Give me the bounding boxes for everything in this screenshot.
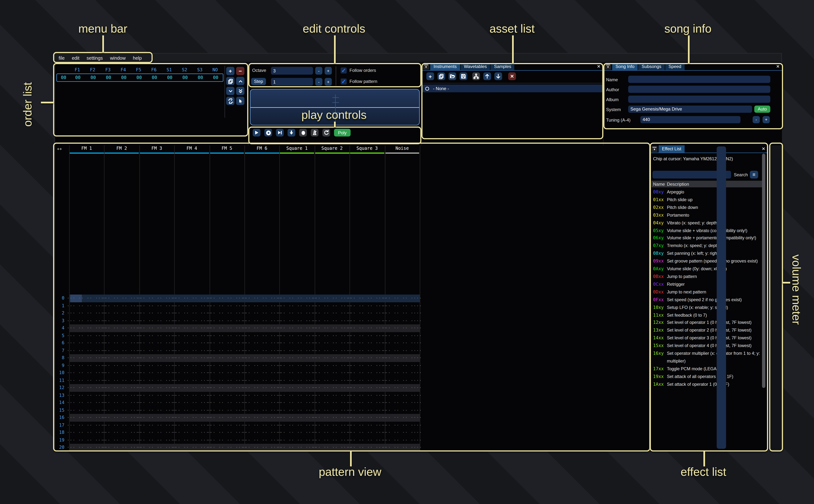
pattern-cell[interactable]: ··· ·· ·· ···· — [242, 430, 277, 435]
pattern-cell[interactable]: ··· ·· ·· ···· — [312, 363, 347, 368]
pattern-cell[interactable]: ··· ·· ·· ···· — [137, 341, 172, 346]
pattern-row-14[interactable]: 14··· ·· ·· ······· ·· ·· ······· ·· ·· … — [55, 399, 650, 407]
pattern-cell[interactable]: ··· ·· ·· ···· — [347, 303, 382, 308]
pattern-cell[interactable]: ··· ·· ·· ···· — [102, 378, 137, 383]
pattern-cell[interactable]: ··· ·· ·· ···· — [242, 356, 277, 361]
pattern-cell[interactable]: ··· ·· ·· ···· — [172, 296, 207, 301]
pattern-view-panel[interactable]: ++ FM 1FM 2FM 3FM 4FM 5FM 6Square 1Squar… — [55, 145, 650, 450]
pattern-cell[interactable]: ··· ·· ·· ···· — [382, 311, 418, 316]
pattern-cell[interactable]: ··· ·· ·· ···· — [312, 378, 347, 383]
effect-list-scrollbar[interactable] — [762, 154, 765, 388]
pattern-row-19[interactable]: 19··· ·· ·· ······· ·· ·· ······· ·· ·· … — [55, 436, 650, 444]
pattern-cell[interactable]: ··· ·· ·· ···· — [102, 311, 137, 316]
pattern-cell[interactable]: ··· ·· ·· ···· — [172, 311, 207, 316]
pattern-cell[interactable]: ··· ·· ·· ···· — [172, 318, 207, 323]
pattern-corner-button[interactable]: ++ — [57, 146, 62, 151]
pattern-cell[interactable]: ··· ·· ·· ···· — [382, 326, 418, 331]
pattern-cell[interactable]: ··· ·· ·· ···· — [382, 445, 418, 450]
pattern-cell[interactable]: ··· ·· ·· ···· — [312, 370, 347, 375]
effect-row-01xx[interactable]: 01xxPitch slide up — [653, 196, 764, 204]
pattern-cell[interactable]: ··· ·· ·· ···· — [277, 385, 312, 390]
pattern-cell[interactable]: ··· ·· ·· ···· — [207, 333, 242, 338]
pattern-cell[interactable]: ··· ·· ·· ···· — [312, 415, 347, 420]
pattern-row-11[interactable]: 11··· ·· ·· ······· ·· ·· ······· ·· ·· … — [55, 377, 650, 384]
record-button[interactable] — [299, 129, 307, 137]
pattern-cell[interactable]: ··· ·· ·· ···· — [172, 415, 207, 420]
pattern-cell[interactable]: ··· ·· ·· ···· — [67, 408, 102, 413]
pattern-cell[interactable]: ··· ·· ·· ···· — [102, 341, 137, 346]
pattern-cell[interactable]: ··· ·· ·· ···· — [382, 303, 418, 308]
pattern-cell[interactable]: ··· ·· ·· ···· — [207, 385, 242, 390]
pattern-cell[interactable]: ··· ·· ·· ···· — [347, 385, 382, 390]
tab-instruments[interactable]: Instruments — [430, 63, 460, 70]
octave-input[interactable]: 3 — [271, 67, 313, 75]
pattern-row-5[interactable]: 5··· ·· ·· ······· ·· ·· ······· ·· ·· ·… — [55, 332, 650, 340]
step-plus-button[interactable]: + — [324, 78, 332, 86]
pattern-cell[interactable]: ··· ·· ·· ···· — [347, 423, 382, 428]
collapse-icon[interactable]: ▼ — [651, 146, 658, 152]
pattern-cell[interactable]: ··· ·· ·· ···· — [137, 318, 172, 323]
pattern-cell[interactable]: ··· ·· ·· ···· — [172, 356, 207, 361]
pattern-cell[interactable]: ··· ·· ·· ···· — [312, 445, 347, 450]
pattern-cell[interactable]: ··· ·· ·· ···· — [207, 408, 242, 413]
pattern-cell[interactable]: ··· ·· ·· ···· — [312, 356, 347, 361]
pattern-cell[interactable]: ··· ·· ·· ···· — [347, 348, 382, 353]
pattern-cell[interactable]: ··· ·· ·· ···· — [312, 296, 347, 301]
pattern-cell[interactable]: ··· ·· ·· ···· — [242, 318, 277, 323]
order-cell[interactable]: 00 — [70, 75, 85, 80]
channel-header-fm-2[interactable]: FM 2 — [104, 146, 139, 151]
pattern-cell[interactable]: ··· ·· ·· ···· — [277, 400, 312, 405]
pattern-cell[interactable]: ··· ·· ·· ···· — [312, 311, 347, 316]
order-cell[interactable]: 00 — [193, 75, 208, 80]
tuning-minus-button[interactable]: - — [753, 116, 760, 123]
name-field[interactable] — [628, 76, 770, 83]
album-field[interactable] — [628, 96, 770, 103]
effect-row-14xx[interactable]: 14xxSet level of operator 3 (0 highest, … — [653, 335, 764, 342]
menu-item-help[interactable]: help — [133, 55, 142, 61]
pattern-cell[interactable]: ··· ·· ·· ···· — [347, 296, 382, 301]
pattern-cell[interactable]: ··· ·· ·· ···· — [277, 415, 312, 420]
pattern-cell[interactable]: ··· ·· ·· ···· — [347, 445, 382, 450]
effect-row-02xx[interactable]: 02xxPitch slide down — [653, 204, 764, 211]
pattern-cell[interactable]: ··· ·· ·· ···· — [102, 303, 137, 308]
play-one-row-button[interactable] — [276, 129, 284, 137]
channel-header-square-1[interactable]: Square 1 — [279, 146, 314, 151]
pattern-cell[interactable]: ··· ·· ·· ···· — [312, 393, 347, 398]
pattern-cell[interactable]: ··· ·· ·· ···· — [312, 423, 347, 428]
pattern-row-0[interactable]: 0··· ·· ·· ······· ·· ·· ······· ·· ·· ·… — [55, 295, 650, 302]
effect-row-06xy[interactable]: 06xyVolume slide + portamento (compatibi… — [653, 235, 764, 242]
pattern-cell[interactable]: ··· ·· ·· ···· — [312, 341, 347, 346]
pattern-cell[interactable]: ··· ·· ·· ···· — [207, 423, 242, 428]
pattern-cell[interactable]: ··· ·· ·· ···· — [207, 400, 242, 405]
pattern-cell[interactable]: ··· ·· ·· ···· — [277, 341, 312, 346]
menu-item-settings[interactable]: settings — [87, 55, 103, 61]
close-icon[interactable]: ✕ — [776, 64, 780, 70]
add-button[interactable]: + — [427, 72, 434, 80]
pattern-cell[interactable]: ··· ·· ·· ···· — [172, 363, 207, 368]
effect-row-04xy[interactable]: 04xyVibrato (x: speed; y: depth) — [653, 219, 764, 227]
collapse-icon[interactable]: ▼ — [423, 64, 429, 70]
pattern-cell[interactable]: ··· ·· ·· ···· — [172, 430, 207, 435]
pattern-cell[interactable]: ··· ·· ·· ···· — [242, 438, 277, 442]
pattern-cell[interactable]: ··· ·· ·· ···· — [172, 445, 207, 450]
effect-row-11xx[interactable]: 11xxSet feedback (0 to 7) — [653, 312, 764, 319]
effect-row-13xx[interactable]: 13xxSet level of operator 2 (0 highest, … — [653, 327, 764, 335]
pattern-cell[interactable]: ··· ·· ·· ···· — [277, 378, 312, 383]
effect-row-07xy[interactable]: 07xyTremolo (x: speed; y: depth) — [653, 242, 764, 250]
pattern-cell[interactable]: ··· ·· ·· ···· — [312, 348, 347, 353]
follow-orders-checkbox[interactable]: ✓ — [341, 67, 347, 74]
pattern-cell[interactable]: ··· ·· ·· ···· — [382, 423, 418, 428]
tab-effect-list[interactable]: Effect List — [659, 145, 685, 153]
menu-item-file[interactable]: file — [59, 55, 65, 61]
pattern-cell[interactable]: ··· ·· ·· ···· — [242, 326, 277, 331]
pattern-cell[interactable]: ··· ·· ·· ···· — [67, 303, 102, 308]
pattern-cell[interactable]: ··· ·· ·· ···· — [172, 370, 207, 375]
pattern-cell[interactable]: ··· ·· ·· ···· — [67, 400, 102, 405]
step-minus-button[interactable]: - — [315, 78, 322, 86]
pattern-cell[interactable]: ··· ·· ·· ···· — [382, 438, 418, 442]
pattern-cell[interactable]: ··· ·· ·· ···· — [172, 333, 207, 338]
pattern-cell[interactable]: ··· ·· ·· ···· — [137, 303, 172, 308]
pattern-cell[interactable]: ··· ·· ·· ···· — [67, 311, 102, 316]
play-button[interactable] — [253, 129, 260, 137]
pattern-row-18[interactable]: 18··· ·· ·· ······· ·· ·· ······· ·· ·· … — [55, 429, 650, 436]
